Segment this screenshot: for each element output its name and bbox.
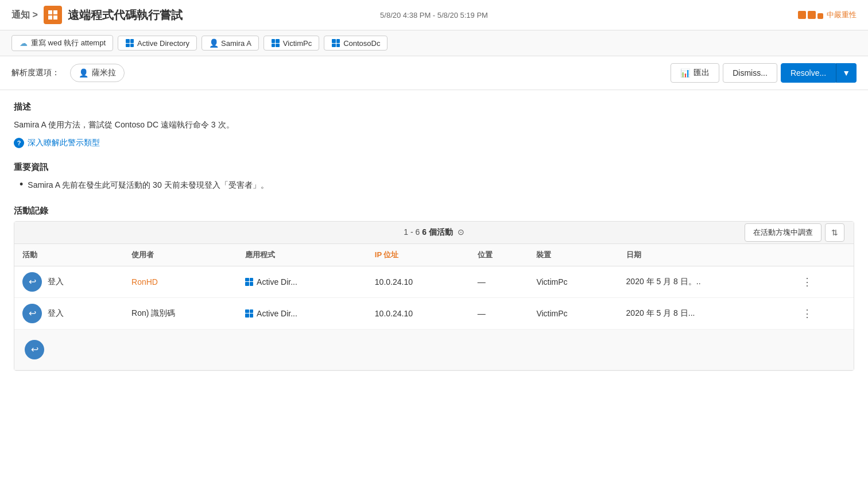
important-info-title: 重要資訊 <box>14 162 854 173</box>
entity-selector[interactable]: 👤 薩米拉 <box>70 64 125 82</box>
tag-contosodc[interactable]: ContosoDc <box>324 36 388 51</box>
row2-user: Ron) 識別碼 <box>123 297 237 329</box>
resolve-group: Resolve... ▼ <box>781 63 857 83</box>
login-icon-1: ↩ <box>22 272 42 292</box>
resolve-label: Resolve... <box>790 68 826 78</box>
export-label: 匯出 <box>693 68 710 78</box>
row2-activity-label: 登入 <box>48 308 64 319</box>
tag-samira[interactable]: 👤 Samira A <box>202 36 259 51</box>
row2-more-button[interactable]: ⋮ <box>799 306 816 321</box>
col-activity: 活動 <box>14 244 123 266</box>
table-row: ↩ 登入 Ron) 識別碼 Active Dir... <box>14 297 854 329</box>
table-body: ↩ 登入 RonHD Active Dir... <box>14 266 854 370</box>
description-text: Samira A 使用方法，嘗試從 Contoso DC 遠端執行命令 3 次。 <box>14 118 854 131</box>
col-app: 應用程式 <box>237 244 367 266</box>
columns-icon: ⇅ <box>831 228 838 237</box>
row2-user-text: Ron) 識別碼 <box>131 308 175 318</box>
col-device: 裝置 <box>528 244 618 266</box>
filter-icon: ⊙ <box>458 227 464 237</box>
chevron-down-icon: ▼ <box>842 68 850 78</box>
row1-ip: 10.0.24.10 <box>367 266 470 297</box>
windows-icon-ad <box>125 38 134 48</box>
row1-app-cell: Active Dir... <box>245 277 359 287</box>
row1-more-button[interactable]: ⋮ <box>799 274 816 289</box>
row3-placeholder: ↩ <box>14 329 854 370</box>
row2-date: 2020 年 5 月 8 日... <box>618 297 790 329</box>
activity-table: 活動 使用者 應用程式 IP 位址 位置 裝置 日期 <box>14 244 854 370</box>
columns-button[interactable]: ⇅ <box>825 223 844 242</box>
toolbar: 解析度選項： 👤 薩米拉 📊 匯出 Dismiss... Resolve... … <box>0 56 868 90</box>
row1-more[interactable]: ⋮ <box>790 266 854 297</box>
important-bullet: • Samira A 先前在發生此可疑活動的 30 天前未發現登入「受害者」。 <box>14 179 854 191</box>
dismiss-button[interactable]: Dismiss... <box>723 63 777 83</box>
description-section: 描述 Samira A 使用方法，嘗試從 Contoso DC 遠端執行命令 3… <box>14 102 854 148</box>
tag-active-directory[interactable]: Active Directory <box>118 36 197 51</box>
row2-activity: ↩ 登入 <box>14 297 123 329</box>
header-title: 通知 > 遠端程式代碼執行嘗試 <box>11 6 183 24</box>
activity-log-section: 活動記錄 1 - 6 6 個活動 ⊙ 在活動方塊中調查 ⇅ <box>14 206 854 371</box>
severity-square-3 <box>817 13 823 19</box>
investigate-label: 在活動方塊中調查 <box>753 228 813 237</box>
entity-name: 薩米拉 <box>92 68 116 78</box>
learn-more-label: 深入瞭解此警示類型 <box>28 138 100 148</box>
login-icon-2: ↩ <box>22 304 42 323</box>
user-icon-samira: 👤 <box>209 38 218 48</box>
bullet-dot: • <box>20 179 23 191</box>
row1-user[interactable]: RonHD <box>123 266 237 297</box>
windows-icon-contoso <box>331 38 340 48</box>
resolve-button[interactable]: Resolve... <box>781 63 836 83</box>
export-button[interactable]: 📊 匯出 <box>671 63 719 83</box>
svg-rect-3 <box>53 16 57 20</box>
row2-location: — <box>470 297 529 329</box>
row1-activity-label: 登入 <box>48 277 64 287</box>
tag-ad-label: Active Directory <box>137 39 189 48</box>
tag-victimpc[interactable]: VictimPc <box>264 36 319 51</box>
row2-more[interactable]: ⋮ <box>790 297 854 329</box>
breadcrumb-prefix: 通知 > <box>11 9 38 21</box>
windows-icon-row1 <box>245 278 253 286</box>
windows-icon-victim <box>271 38 280 48</box>
important-info-section: 重要資訊 • Samira A 先前在發生此可疑活動的 30 天前未發現登入「受… <box>14 162 854 191</box>
count-total: 6 個活動 <box>422 227 453 237</box>
dismiss-label: Dismiss... <box>733 68 768 78</box>
row2-app-cell: Active Dir... <box>245 309 359 318</box>
page-title: 遠端程式代碼執行嘗試 <box>68 7 183 23</box>
activity-toolbar-right: 在活動方塊中調查 ⇅ <box>745 223 844 242</box>
learn-more-link[interactable]: ? 深入瞭解此警示類型 <box>14 138 854 148</box>
row1-activity: ↩ 登入 <box>14 266 123 297</box>
table-row: ↩ 登入 RonHD Active Dir... <box>14 266 854 297</box>
page-header: 通知 > 遠端程式代碼執行嘗試 5/8/20 4:38 PM - 5/8/20 … <box>0 0 868 30</box>
row1-date: 2020 年 5 月 8 日。.. <box>618 266 790 297</box>
col-user: 使用者 <box>123 244 237 266</box>
severity-square-1 <box>798 11 806 19</box>
export-icon: 📊 <box>680 68 690 78</box>
col-date: 日期 <box>618 244 790 266</box>
resolve-dropdown-button[interactable]: ▼ <box>836 63 857 83</box>
cloud-icon: ☁ <box>19 38 28 48</box>
col-ip: IP 位址 <box>367 244 470 266</box>
row2-device: VictimPc <box>528 297 618 329</box>
tag-samira-label: Samira A <box>221 39 251 48</box>
row1-user-link[interactable]: RonHD <box>131 277 158 287</box>
investigate-button[interactable]: 在活動方塊中調查 <box>745 223 822 242</box>
svg-rect-2 <box>48 16 52 20</box>
row1-device: VictimPc <box>528 266 618 297</box>
toolbar-label: 解析度選項： <box>11 68 60 78</box>
main-content: 描述 Samira A 使用方法，嘗試從 Contoso DC 遠端執行命令 3… <box>0 90 868 382</box>
row1-app: Active Dir... <box>237 266 367 297</box>
description-title: 描述 <box>14 102 854 113</box>
tag-rewrite[interactable]: ☁ 重寫 wed 執行 attempt <box>11 35 113 51</box>
entity-user-icon: 👤 <box>79 68 88 78</box>
svg-rect-0 <box>48 10 52 14</box>
col-location: 位置 <box>470 244 529 266</box>
table-header-row: 活動 使用者 應用程式 IP 位址 位置 裝置 日期 <box>14 244 854 266</box>
time-range: 5/8/20 4:38 PM - 5/8/20 5:19 PM <box>380 11 488 20</box>
bullet-text: Samira A 先前在發生此可疑活動的 30 天前未發現登入「受害者」。 <box>28 179 268 191</box>
tags-bar: ☁ 重寫 wed 執行 attempt Active Directory 👤 S… <box>0 30 868 56</box>
count-range: 1 - 6 <box>404 227 420 237</box>
row2-app-label: Active Dir... <box>257 309 297 318</box>
severity-label: 中嚴重性 <box>827 10 857 20</box>
severity-indicator: 中嚴重性 <box>798 10 857 20</box>
windows-icon-row2 <box>245 309 253 318</box>
alert-icon <box>44 6 62 24</box>
